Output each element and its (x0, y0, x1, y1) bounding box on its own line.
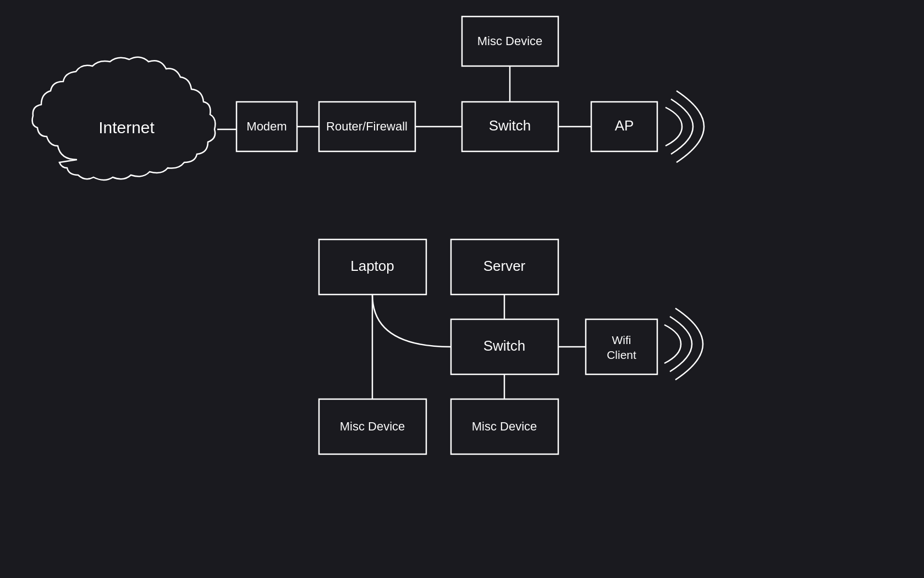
switch2-label: Switch (483, 337, 526, 354)
misc-bottom-left-node: Misc Device (319, 399, 426, 454)
misc-bottom-left-label: Misc Device (340, 419, 405, 433)
laptop-node: Laptop (319, 239, 426, 295)
switch2-node: Switch (451, 319, 558, 374)
server-label: Server (483, 258, 526, 274)
modem-label: Modem (246, 119, 287, 133)
wifi-client-label: Wifi (612, 334, 631, 346)
laptop-label: Laptop (350, 258, 394, 274)
server-node: Server (451, 239, 558, 295)
switch1-node: Switch (462, 102, 558, 151)
switch1-label: Switch (489, 117, 531, 134)
ap-label: AP (615, 117, 634, 134)
misc-top-label: Misc Device (477, 34, 543, 48)
modem-node: Modem (237, 102, 297, 151)
wifi-client-node: Wifi Client (586, 319, 657, 374)
ap-node: AP (591, 102, 657, 151)
internet-label: Internet (98, 118, 155, 137)
wifi-client-label2: Client (607, 348, 636, 361)
misc-bottom-right-label: Misc Device (472, 419, 537, 433)
misc-bottom-right-node: Misc Device (451, 399, 558, 454)
router-label: Router/Firewall (326, 119, 408, 133)
router-node: Router/Firewall (319, 102, 415, 151)
misc-top-node: Misc Device (462, 17, 558, 66)
network-diagram: Internet Modem Router/Firewall Switch AP… (0, 0, 924, 578)
svg-rect-17 (586, 319, 657, 374)
